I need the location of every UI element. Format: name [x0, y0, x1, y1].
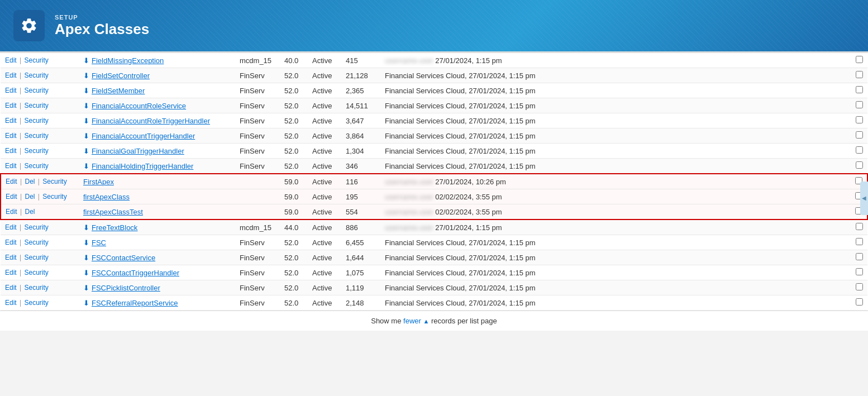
download-icon[interactable]: ⬇ — [83, 132, 89, 140]
action-security-link[interactable]: Security — [24, 299, 48, 307]
action-security-link[interactable]: Security — [24, 223, 48, 231]
modified-date: 27/01/2024, 1:15 pm — [469, 102, 535, 110]
class-name-link[interactable]: FSCPicklistController — [92, 284, 160, 292]
action-security-link[interactable]: Security — [24, 71, 48, 79]
action-links-cell: Edit | Security — [1, 235, 79, 250]
action-security-link[interactable]: Security — [24, 254, 48, 261]
action-edit-link[interactable]: Edit — [6, 178, 17, 185]
class-name-link[interactable]: FSCContactService — [92, 254, 155, 262]
download-icon[interactable]: ⬇ — [83, 238, 89, 247]
action-security-link[interactable]: Security — [24, 102, 48, 109]
class-name-link[interactable]: FinancialHoldingTriggerHandler — [92, 162, 193, 170]
action-edit-link[interactable]: Edit — [5, 284, 17, 292]
class-name-link[interactable]: FieldSetController — [92, 71, 150, 80]
download-icon[interactable]: ⬇ — [83, 71, 89, 80]
main-content: Edit | Security⬇FieldMissingExceptionmcd… — [0, 51, 868, 331]
row-checkbox[interactable] — [856, 298, 863, 306]
action-edit-link[interactable]: Edit — [5, 71, 17, 79]
status-cell: Active — [308, 128, 341, 144]
action-security-link[interactable]: Security — [24, 147, 48, 155]
class-name-link[interactable]: FirstApex — [83, 178, 114, 186]
action-edit-link[interactable]: Edit — [5, 132, 17, 140]
row-checkbox[interactable] — [856, 223, 863, 230]
row-checkbox[interactable] — [856, 253, 863, 260]
status-cell: Active — [308, 144, 341, 159]
download-icon[interactable]: ⬇ — [83, 223, 89, 232]
row-checkbox[interactable] — [856, 71, 863, 78]
download-icon[interactable]: ⬇ — [83, 147, 89, 155]
download-icon[interactable]: ⬇ — [83, 117, 89, 125]
status-cell: Active — [308, 174, 341, 189]
download-icon[interactable]: ⬇ — [83, 102, 89, 110]
download-icon[interactable]: ⬇ — [83, 56, 89, 65]
action-links-cell: Edit | Security — [1, 220, 79, 235]
namespace-cell: FinServ — [235, 128, 280, 144]
action-del-link[interactable]: Del — [25, 178, 35, 185]
action-security-link[interactable]: Security — [24, 117, 48, 125]
action-edit-link[interactable]: Edit — [5, 299, 17, 307]
action-edit-link[interactable]: Edit — [5, 117, 17, 125]
last-modified-cell: Financial Services Cloud, 27/01/2024, 1:… — [380, 128, 851, 144]
action-edit-link[interactable]: Edit — [5, 238, 17, 246]
fewer-link[interactable]: fewer — [403, 317, 421, 325]
action-edit-link[interactable]: Edit — [5, 102, 17, 109]
row-checkbox[interactable] — [856, 86, 863, 93]
length-cell: 1,644 — [341, 250, 380, 265]
class-name-link[interactable]: FinancialAccountRoleTriggerHandler — [92, 117, 210, 125]
action-edit-link[interactable]: Edit — [5, 223, 17, 231]
action-security-link[interactable]: Security — [42, 193, 66, 201]
action-security-link[interactable]: Security — [24, 284, 48, 292]
class-name-cell: ⬇FSCContactTriggerHandler — [79, 265, 235, 280]
action-edit-link[interactable]: Edit — [5, 56, 17, 64]
action-edit-link[interactable]: Edit — [5, 269, 17, 276]
row-checkbox[interactable] — [856, 146, 863, 154]
action-edit-link[interactable]: Edit — [5, 254, 17, 261]
action-security-link[interactable]: Security — [24, 238, 48, 246]
class-name-link[interactable]: firstApexClass — [83, 193, 130, 201]
action-edit-link[interactable]: Edit — [5, 147, 17, 155]
class-name-link[interactable]: FieldMissingException — [92, 56, 164, 65]
action-security-link[interactable]: Security — [24, 162, 48, 170]
action-security-link[interactable]: Security — [24, 87, 48, 94]
class-name-link[interactable]: FinancialGoalTriggerHandler — [92, 147, 184, 155]
row-checkbox-cell — [851, 98, 867, 113]
action-security-link[interactable]: Security — [24, 132, 48, 140]
download-icon[interactable]: ⬇ — [83, 87, 89, 95]
class-name-link[interactable]: FinancialAccountRoleService — [92, 102, 186, 110]
row-checkbox[interactable] — [856, 268, 863, 275]
action-security-link[interactable]: Security — [42, 178, 66, 185]
action-edit-link[interactable]: Edit — [6, 193, 17, 201]
class-name-link[interactable]: FinancialAccountTriggerHandler — [92, 132, 195, 140]
action-links-cell: Edit | Security — [1, 53, 79, 68]
download-icon[interactable]: ⬇ — [83, 299, 89, 307]
row-checkbox[interactable] — [856, 101, 863, 108]
action-edit-link[interactable]: Edit — [6, 208, 17, 216]
action-edit-link[interactable]: Edit — [5, 87, 17, 94]
action-edit-link[interactable]: Edit — [5, 162, 17, 170]
row-checkbox[interactable] — [856, 116, 863, 123]
row-checkbox[interactable] — [856, 283, 863, 290]
action-del-link[interactable]: Del — [25, 193, 35, 201]
download-icon[interactable]: ⬇ — [83, 254, 89, 262]
download-icon[interactable]: ⬇ — [83, 162, 89, 170]
class-name-link[interactable]: FSC — [92, 238, 106, 247]
table-row: Edit | Security⬇FSCContactTriggerHandler… — [1, 265, 867, 280]
class-name-link[interactable]: FreeTextBlock — [92, 223, 137, 232]
row-checkbox[interactable] — [856, 161, 863, 169]
action-security-link[interactable]: Security — [24, 56, 48, 64]
row-checkbox[interactable] — [856, 238, 863, 245]
action-del-link[interactable]: Del — [25, 208, 35, 216]
status-cell: Active — [308, 113, 341, 128]
class-name-link[interactable]: FieldSetMember — [92, 87, 145, 95]
class-name-link[interactable]: FSCReferralReportService — [92, 299, 178, 307]
download-icon[interactable]: ⬇ — [83, 269, 89, 277]
class-name-link[interactable]: firstApexClassTest — [83, 208, 143, 216]
class-name-link[interactable]: FSCContactTriggerHandler — [92, 269, 179, 277]
scrollbar-handle[interactable]: ◀ — [860, 182, 868, 215]
row-checkbox[interactable] — [856, 56, 863, 63]
download-icon[interactable]: ⬇ — [83, 284, 89, 292]
row-checkbox[interactable] — [856, 131, 863, 139]
action-security-link[interactable]: Security — [24, 269, 48, 276]
last-modified-cell: Financial Services Cloud, 27/01/2024, 1:… — [380, 83, 851, 98]
table-row: Edit | Security⬇FinancialAccountRoleServ… — [1, 98, 867, 113]
